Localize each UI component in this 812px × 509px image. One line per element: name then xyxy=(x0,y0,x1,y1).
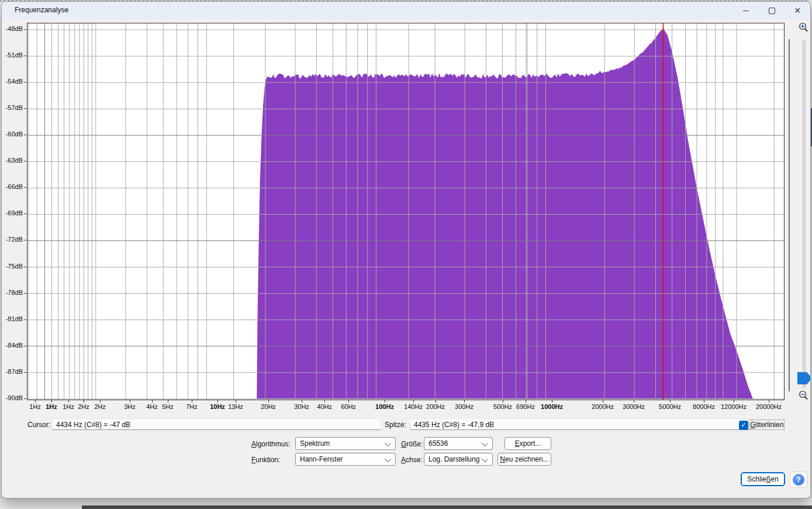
close-dialog-button[interactable]: Schließen xyxy=(741,472,785,486)
y-tick-mark xyxy=(24,161,26,161)
y-tick-mark xyxy=(24,319,26,320)
y-tick-label: -60dB xyxy=(2,130,23,137)
redraw-button[interactable]: Neu zeichnen... xyxy=(497,453,551,466)
x-tick-label: 20000Hz xyxy=(756,403,782,410)
x-tick-label: 500Hz xyxy=(493,403,512,410)
y-tick-mark xyxy=(24,29,26,30)
chevron-down-icon xyxy=(482,456,488,462)
background-window-bottom-bar xyxy=(82,505,812,509)
chevron-down-icon xyxy=(385,456,391,462)
y-tick-mark xyxy=(24,267,26,267)
x-tick-mark xyxy=(35,400,36,403)
x-tick-mark xyxy=(769,400,769,403)
cursor-readout: 4434 Hz (C#8) = -47 dB xyxy=(52,418,381,430)
x-tick-label: 1Hz xyxy=(29,403,41,410)
y-tick-mark xyxy=(24,82,26,82)
size-label: Größe: xyxy=(401,440,423,448)
y-tick-mark xyxy=(24,135,26,135)
y-tick-label: -63dB xyxy=(2,157,23,164)
y-tick-mark xyxy=(24,56,26,56)
x-tick-mark xyxy=(552,400,552,403)
function-label: Funktion: xyxy=(251,456,280,464)
y-tick-label: -48dB xyxy=(2,25,23,32)
screen: Frequenzanalyse ✕ -48dB-51dB-54dB-57dB-6… xyxy=(0,0,812,509)
check-icon: ✓ xyxy=(741,421,746,428)
x-tick-mark xyxy=(236,400,236,403)
maximize-button[interactable] xyxy=(759,2,785,19)
x-tick-label: 200Hz xyxy=(426,403,445,410)
x-tick-mark xyxy=(268,400,269,403)
x-tick-label: 5Hz xyxy=(162,403,174,410)
x-tick-mark xyxy=(670,400,671,403)
y-tick-mark xyxy=(24,240,26,240)
chevron-down-icon xyxy=(482,441,488,446)
pan-slider-track[interactable] xyxy=(803,40,806,388)
x-tick-mark xyxy=(704,400,704,403)
frequency-analysis-dialog: Frequenzanalyse ✕ -48dB-51dB-54dB-57dB-6… xyxy=(1,1,811,498)
x-tick-mark xyxy=(385,400,385,403)
x-tick-mark xyxy=(217,400,218,403)
close-button[interactable]: ✕ xyxy=(785,2,810,19)
x-tick-label: 60Hz xyxy=(341,403,356,410)
x-tick-mark xyxy=(603,400,603,403)
zoom-in-icon[interactable] xyxy=(797,22,809,33)
x-tick-mark xyxy=(503,400,503,403)
x-tick-label: 140Hz xyxy=(404,403,423,410)
x-tick-label: 12000Hz xyxy=(721,403,747,410)
x-tick-label: 20Hz xyxy=(261,403,276,410)
y-tick-label: -57dB xyxy=(2,104,23,111)
y-tick-mark xyxy=(24,293,26,294)
y-tick-label: -87dB xyxy=(2,368,23,375)
y-tick-label: -81dB xyxy=(2,315,23,322)
x-tick-mark xyxy=(51,400,52,403)
y-tick-label: -75dB xyxy=(2,263,23,270)
x-tick-label: 2000Hz xyxy=(592,403,614,410)
x-tick-label: 300Hz xyxy=(455,403,474,410)
x-tick-mark xyxy=(324,400,325,403)
title-bar[interactable]: Frequenzanalyse ✕ xyxy=(2,2,810,19)
y-axis: -48dB-51dB-54dB-57dB-60dB-63dB-66dB-69dB… xyxy=(2,23,27,400)
x-tick-mark xyxy=(413,400,414,403)
x-tick-mark xyxy=(526,400,526,403)
x-tick-label: 1Hz xyxy=(63,403,74,410)
y-tick-label: -69dB xyxy=(2,209,23,216)
y-tick-label: -66dB xyxy=(2,183,23,190)
help-button[interactable]: ? xyxy=(790,472,807,488)
x-tick-label: 13Hz xyxy=(228,403,243,410)
window-title: Frequenzanalyse xyxy=(15,6,68,14)
pan-slider-thumb[interactable] xyxy=(797,372,811,384)
spectrum-area xyxy=(257,28,753,399)
spectrum-svg xyxy=(27,23,784,400)
minimize-icon xyxy=(743,11,749,11)
gridlines-checkbox[interactable]: ✓ xyxy=(739,421,748,430)
chevron-down-icon xyxy=(385,441,391,446)
y-tick-label: -78dB xyxy=(2,289,23,296)
zoom-out-icon[interactable] xyxy=(797,390,809,401)
cursor-label: Cursor: xyxy=(27,421,50,429)
x-tick-mark xyxy=(348,400,349,403)
algorithm-select[interactable]: Spektrum xyxy=(295,437,396,450)
y-tick-label: -54dB xyxy=(2,78,23,85)
y-tick-mark xyxy=(24,398,26,399)
x-tick-label: 10Hz xyxy=(210,403,225,410)
size-select[interactable]: 65536 xyxy=(424,437,493,450)
gridlines-checkbox-label[interactable]: Gitterlinien xyxy=(750,421,783,429)
y-tick-mark xyxy=(24,346,26,346)
x-tick-mark xyxy=(192,400,192,403)
x-tick-mark xyxy=(168,400,168,403)
x-tick-label: 100Hz xyxy=(375,403,394,410)
y-tick-label: -84dB xyxy=(2,342,23,349)
export-button[interactable]: Export... xyxy=(505,437,551,450)
x-tick-label: 690Hz xyxy=(516,403,535,410)
minimize-button[interactable] xyxy=(733,2,759,19)
axis-value: Log. Darstellung xyxy=(429,455,479,463)
x-tick-mark xyxy=(152,400,153,403)
x-tick-mark xyxy=(68,400,69,403)
function-select[interactable]: Hann-Fenster xyxy=(295,453,396,466)
x-tick-mark xyxy=(100,400,101,403)
axis-select[interactable]: Log. Darstellung xyxy=(424,453,493,466)
x-tick-label: 1Hz xyxy=(46,403,57,410)
x-tick-label: 3000Hz xyxy=(623,403,645,410)
help-icon: ? xyxy=(793,474,804,486)
spectrum-plot[interactable] xyxy=(27,23,785,400)
